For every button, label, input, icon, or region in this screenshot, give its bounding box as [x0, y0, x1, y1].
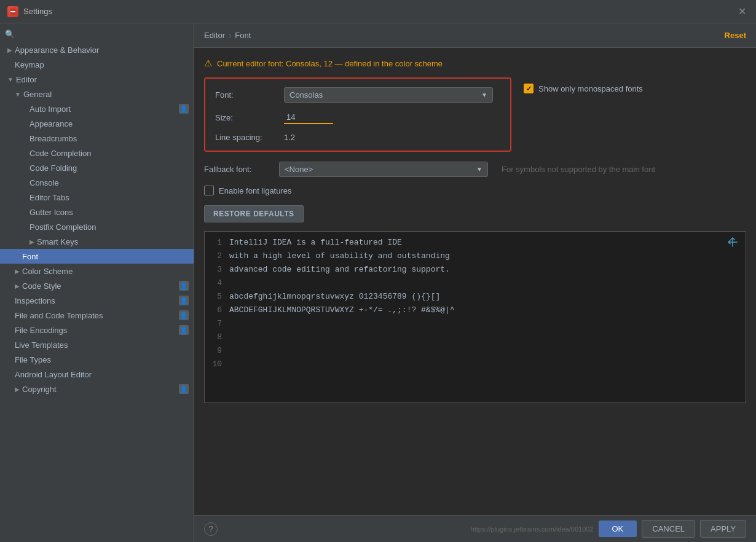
sidebar-item-label: File and Code Templates — [15, 311, 103, 320]
line-code: with a high level of usability and outst… — [229, 251, 450, 265]
search-icon: 🔍 — [5, 29, 15, 39]
content-inner: ⚠ Current editor font: Consolas, 12 — de… — [194, 48, 756, 515]
sidebar-item-label: Code Completion — [30, 149, 91, 158]
ok-button[interactable]: OK — [599, 520, 637, 537]
font-settings-box: Font: Consolas ▼ Size: Line spacing: — [204, 77, 511, 152]
sidebar-item-label: Postfix Completion — [30, 222, 96, 232]
sidebar-item-keymap[interactable]: Keymap — [0, 57, 194, 72]
sidebar-item-label: Copyright — [22, 385, 57, 394]
sidebar-item-console[interactable]: Console — [0, 175, 194, 190]
sidebar-item-editor-tabs[interactable]: Editor Tabs — [0, 190, 194, 205]
sidebar-item-label: Appearance — [30, 119, 73, 128]
sidebar-item-file-code-templates[interactable]: File and Code Templates 👤 — [0, 308, 194, 323]
sidebar-item-code-folding[interactable]: Code Folding — [0, 160, 194, 175]
sidebar-item-label: Auto Import — [30, 104, 71, 114]
search-input[interactable] — [18, 29, 189, 39]
line-spacing-value: 1.2 — [284, 133, 295, 142]
svg-rect-1 — [10, 11, 15, 12]
badge-icon: 👤 — [179, 384, 189, 394]
sidebar-item-copyright[interactable]: ▶ Copyright 👤 — [0, 382, 194, 396]
expand-arrow: ▶ — [15, 268, 20, 275]
sidebar-item-appearance[interactable]: Appearance — [0, 116, 194, 131]
badge-icon: 👤 — [179, 104, 189, 114]
sidebar-item-auto-import[interactable]: Auto Import 👤 — [0, 101, 194, 116]
sidebar-item-postfix-completion[interactable]: Postfix Completion — [0, 219, 194, 234]
sidebar-item-label: Font — [22, 252, 38, 261]
line-number: 5 — [205, 292, 229, 305]
line-number: 7 — [205, 319, 229, 332]
sidebar-item-smart-keys[interactable]: ▶ Smart Keys — [0, 234, 194, 249]
preview-line: 2 with a high level of usability and out… — [205, 251, 746, 265]
breadcrumb-separator: › — [229, 31, 231, 40]
sidebar-search-container: 🔍 — [0, 26, 194, 42]
expand-arrow: ▶ — [30, 238, 34, 245]
sidebar-item-file-encodings[interactable]: File Encodings 👤 — [0, 323, 194, 337]
sidebar-item-gutter-icons[interactable]: Gutter Icons — [0, 205, 194, 219]
preview-line: 5 abcdefghijklmnopqrstuvwxyz 0123456789 … — [205, 292, 746, 305]
size-input[interactable] — [284, 111, 333, 124]
badge-icon: 👤 — [179, 296, 189, 305]
monospace-label: Show only monospaced fonts — [538, 84, 643, 93]
preview-line: 10 — [205, 359, 746, 373]
sidebar-item-label: Live Templates — [15, 340, 68, 350]
status-text: https://plugins.jetbrains.com/idea/00100… — [471, 525, 594, 533]
sidebar-item-file-types[interactable]: File Types — [0, 352, 194, 367]
content-area: Editor › Font Reset ⚠ Current editor fon… — [194, 23, 756, 542]
sidebar-item-breadcrumbs[interactable]: Breadcrumbs — [0, 131, 194, 146]
sidebar-item-android-layout-editor[interactable]: Android Layout Editor — [0, 367, 194, 382]
preview-line: 4 — [205, 278, 746, 292]
sidebar-item-label: Android Layout Editor — [15, 370, 92, 379]
sidebar-item-label: Editor — [16, 75, 37, 84]
fallback-select[interactable]: <None> ▼ — [279, 162, 488, 177]
app-icon — [7, 6, 18, 17]
line-number: 1 — [205, 238, 229, 251]
sidebar-item-editor[interactable]: ▼ Editor — [0, 72, 194, 87]
sidebar-item-code-completion[interactable]: Code Completion — [0, 146, 194, 160]
fallback-row: Fallback font: <None> ▼ For symbols not … — [204, 162, 746, 177]
font-row: Font: Consolas ▼ — [215, 87, 500, 103]
expand-arrow: ▶ — [15, 283, 20, 289]
preview-line: 3 advanced code editing and refactoring … — [205, 265, 746, 278]
sidebar-item-general[interactable]: ▼ General — [0, 87, 194, 101]
line-number: 10 — [205, 359, 229, 373]
sidebar-item-label: Color Scheme — [22, 267, 73, 276]
help-button[interactable]: ? — [204, 522, 218, 536]
font-select[interactable]: Consolas ▼ — [284, 87, 493, 103]
close-button[interactable]: ✕ — [735, 5, 749, 18]
ligatures-label: Enable font ligatures — [219, 186, 292, 195]
badge-icon: 👤 — [179, 325, 189, 335]
sidebar-item-label: File Encodings — [15, 326, 67, 335]
window-title: Settings — [23, 7, 735, 16]
line-code: IntelliJ IDEA is a full-featured IDE — [229, 238, 402, 251]
sidebar-item-live-templates[interactable]: Live Templates — [0, 337, 194, 352]
sidebar-item-label: Appearance & Behavior — [15, 45, 99, 55]
sidebar-item-font[interactable]: Font — [0, 249, 194, 264]
ligatures-checkbox[interactable] — [204, 186, 214, 195]
expand-arrow: ▶ — [15, 386, 20, 393]
footer-right: https://plugins.jetbrains.com/idea/00100… — [471, 520, 746, 538]
badge-icon: 👤 — [179, 281, 189, 291]
font-label: Font: — [215, 90, 277, 100]
preview-line: 9 — [205, 346, 746, 359]
ligatures-row: Enable font ligatures — [204, 186, 746, 195]
sidebar-item-label: Gutter Icons — [30, 208, 73, 217]
preview-line: 7 — [205, 319, 746, 332]
line-code: abcdefghijklmnopqrstuvwxyz 0123456789 ()… — [229, 292, 440, 305]
monospace-checkbox[interactable]: ✓ — [524, 84, 534, 93]
sidebar-item-code-style[interactable]: ▶ Code Style 👤 — [0, 278, 194, 293]
line-spacing-row: Line spacing: 1.2 — [215, 133, 500, 142]
line-code: advanced code editing and refactoring su… — [229, 265, 450, 278]
sidebar-item-color-scheme[interactable]: ▶ Color Scheme — [0, 264, 194, 278]
restore-defaults-button[interactable]: RESTORE DEFAULTS — [204, 205, 304, 222]
warning-banner: ⚠ Current editor font: Consolas, 12 — de… — [204, 58, 746, 69]
expand-arrow: ▶ — [7, 47, 12, 53]
sidebar-item-inspections[interactable]: Inspections 👤 — [0, 293, 194, 308]
checkmark-icon: ✓ — [526, 85, 532, 93]
fallback-note: For symbols not supported by the main fo… — [502, 165, 655, 174]
apply-button[interactable]: APPLY — [700, 520, 746, 538]
cancel-button[interactable]: CANCEL — [642, 520, 695, 538]
preview-line: 6 ABCDEFGHIJKLMNOPQRSTUVWXYZ +-*/= .,;:!… — [205, 305, 746, 319]
sidebar-item[interactable]: ▶ Appearance & Behavior — [0, 42, 194, 57]
reset-button[interactable]: Reset — [725, 31, 746, 40]
size-label: Size: — [215, 113, 277, 122]
